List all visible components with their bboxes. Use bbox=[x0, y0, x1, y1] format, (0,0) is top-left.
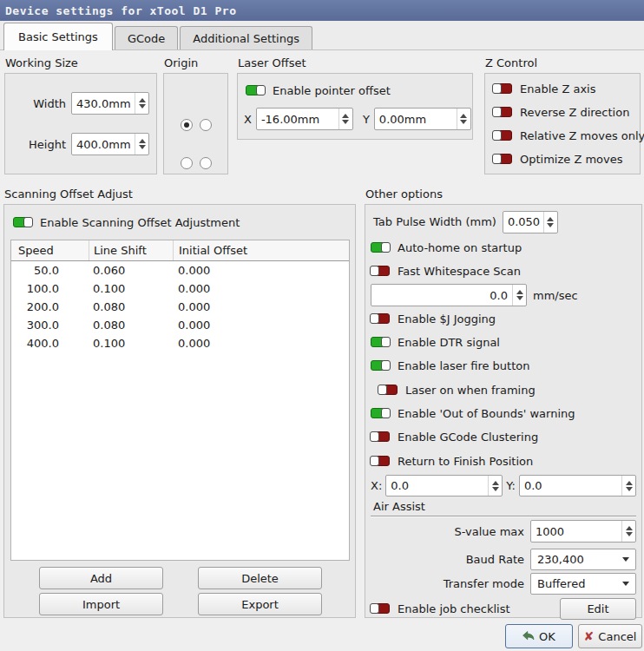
up-arrow-icon[interactable] bbox=[139, 139, 146, 143]
origin-radio-top-right[interactable] bbox=[200, 119, 212, 131]
s-value-input[interactable]: 1000 bbox=[530, 520, 636, 542]
width-spinner-arrows[interactable] bbox=[135, 93, 148, 114]
laser-offset-y-input[interactable]: 0.00mm bbox=[374, 108, 471, 130]
delete-button[interactable]: Delete bbox=[198, 567, 322, 589]
table-row[interactable]: 200.0 0.080 0.000 bbox=[11, 298, 349, 316]
cancel-button[interactable]: ✘ Cancel bbox=[578, 624, 642, 648]
laser-offset-x-value: -16.00mm bbox=[257, 113, 338, 126]
tab-pulse-row: Tab Pulse Width (mm) 0.050 bbox=[371, 210, 636, 233]
finish-x-input[interactable]: 0.0 bbox=[385, 475, 503, 496]
column-header-initial-offset[interactable]: Initial Offset bbox=[173, 240, 349, 260]
dtr-toggle[interactable] bbox=[371, 337, 390, 347]
down-arrow-icon[interactable] bbox=[139, 145, 146, 149]
table-row[interactable]: 300.0 0.080 0.000 bbox=[11, 316, 349, 334]
up-arrow-icon[interactable] bbox=[626, 481, 633, 485]
fast-whitespace-row: Fast Whitespace Scan bbox=[371, 262, 636, 279]
width-input[interactable]: 430.0mm bbox=[71, 92, 149, 115]
job-checklist-row: Enable job checklist Edit bbox=[371, 597, 636, 620]
height-input[interactable]: 400.0mm bbox=[71, 133, 149, 155]
tab-pulse-label: Tab Pulse Width (mm) bbox=[373, 215, 496, 228]
jogging-toggle[interactable] bbox=[371, 313, 390, 324]
other-options-box: Tab Pulse Width (mm) 0.050 Auto-home on … bbox=[365, 204, 642, 618]
y-spinner-arrows[interactable] bbox=[457, 108, 470, 129]
table-row[interactable]: 100.0 0.100 0.000 bbox=[11, 279, 349, 298]
cancel-x-icon: ✘ bbox=[584, 630, 595, 642]
enable-z-axis-label: Enable Z axis bbox=[520, 82, 596, 95]
up-arrow-icon[interactable] bbox=[460, 114, 467, 118]
toggle-knob bbox=[370, 603, 379, 614]
pointer-offset-toggle[interactable] bbox=[246, 85, 265, 95]
baud-rate-dropdown[interactable]: 230,400 bbox=[530, 549, 636, 570]
whitespace-speed-input[interactable]: 0.0 bbox=[371, 284, 527, 306]
title-bar[interactable]: Device settings for xTool D1 Pro bbox=[0, 0, 644, 21]
speed-spinner-arrows[interactable] bbox=[512, 285, 526, 306]
fast-whitespace-toggle[interactable] bbox=[371, 266, 390, 276]
origin-radio-bottom-left[interactable] bbox=[181, 157, 193, 169]
origin-radio-bottom-right[interactable] bbox=[200, 157, 212, 169]
up-arrow-icon[interactable] bbox=[139, 98, 146, 102]
window-title: Device settings for xTool D1 Pro bbox=[5, 4, 236, 17]
finish-x-spinner-arrows[interactable] bbox=[488, 476, 502, 496]
tab-pulse-spinner-arrows[interactable] bbox=[543, 212, 557, 233]
ok-button[interactable]: OK bbox=[505, 624, 573, 648]
up-arrow-icon[interactable] bbox=[342, 114, 349, 118]
clustering-toggle[interactable] bbox=[371, 431, 390, 442]
add-button[interactable]: Add bbox=[39, 567, 163, 589]
chevron-down-icon bbox=[622, 557, 629, 562]
s-value-spinner-arrows[interactable] bbox=[621, 521, 635, 542]
edit-button[interactable]: Edit bbox=[560, 598, 636, 620]
down-arrow-icon[interactable] bbox=[516, 296, 523, 300]
auto-home-toggle[interactable] bbox=[371, 242, 390, 253]
enable-z-axis-toggle[interactable] bbox=[493, 83, 512, 94]
working-size-title: Working Size bbox=[4, 56, 157, 73]
down-arrow-icon[interactable] bbox=[342, 120, 349, 124]
up-arrow-icon[interactable] bbox=[547, 217, 554, 221]
up-arrow-icon[interactable] bbox=[626, 526, 633, 530]
return-finish-toggle[interactable] bbox=[371, 456, 390, 466]
tab-pulse-input[interactable]: 0.050 bbox=[503, 211, 558, 233]
laser-fire-toggle[interactable] bbox=[371, 360, 390, 371]
height-spinner-arrows[interactable] bbox=[135, 134, 148, 155]
down-arrow-icon[interactable] bbox=[492, 487, 499, 491]
scanning-enable-toggle[interactable] bbox=[13, 217, 32, 227]
other-options-group: Other options Tab Pulse Width (mm) 0.050… bbox=[365, 187, 642, 618]
scanning-offset-table[interactable]: Speed Line Shift Initial Offset 50.0 0.0… bbox=[10, 240, 350, 561]
out-of-bounds-toggle[interactable] bbox=[371, 408, 390, 418]
down-arrow-icon[interactable] bbox=[626, 532, 633, 536]
jogging-row: Enable $J Jogging bbox=[371, 310, 636, 327]
down-arrow-icon[interactable] bbox=[139, 104, 146, 108]
auto-home-label: Auto-home on startup bbox=[398, 241, 522, 254]
tab-gcode[interactable]: GCode bbox=[115, 26, 178, 49]
job-checklist-toggle[interactable] bbox=[371, 603, 390, 614]
finish-y-input[interactable]: 0.0 bbox=[519, 475, 636, 496]
table-row[interactable]: 50.0 0.060 0.000 bbox=[11, 261, 349, 279]
x-spinner-arrows[interactable] bbox=[338, 108, 352, 129]
laser-offset-box: Enable pointer offset X -16.00mm Y 0.00m… bbox=[237, 73, 473, 140]
relative-z-toggle[interactable] bbox=[493, 130, 512, 141]
ok-arrow-icon bbox=[522, 631, 535, 642]
width-row: Width 430.0mm bbox=[5, 92, 156, 115]
down-arrow-icon[interactable] bbox=[626, 487, 633, 491]
transfer-mode-dropdown[interactable]: Buffered bbox=[530, 573, 636, 595]
scanning-enable-label: Enable Scanning Offset Adjustment bbox=[40, 216, 240, 229]
import-button[interactable]: Import bbox=[39, 593, 163, 615]
framing-toggle[interactable] bbox=[378, 385, 398, 395]
column-header-line-shift[interactable]: Line Shift bbox=[89, 240, 173, 260]
column-header-speed[interactable]: Speed bbox=[11, 244, 89, 257]
tab-additional-settings[interactable]: Additional Settings bbox=[180, 26, 312, 49]
up-arrow-icon[interactable] bbox=[492, 481, 499, 485]
transfer-mode-row: Transfer mode Buffered bbox=[371, 573, 636, 595]
origin-radio-top-left[interactable] bbox=[181, 119, 193, 131]
down-arrow-icon[interactable] bbox=[547, 223, 554, 227]
finish-y-label: Y: bbox=[506, 479, 516, 492]
z-control-box: Enable Z axis Reverse Z direction Relati… bbox=[484, 73, 641, 174]
laser-offset-x-input[interactable]: -16.00mm bbox=[256, 108, 353, 130]
down-arrow-icon[interactable] bbox=[460, 120, 467, 124]
optimize-z-toggle[interactable] bbox=[493, 154, 512, 164]
table-row[interactable]: 400.0 0.100 0.000 bbox=[11, 334, 349, 352]
finish-y-spinner-arrows[interactable] bbox=[621, 476, 635, 496]
export-button[interactable]: Export bbox=[198, 593, 322, 615]
up-arrow-icon[interactable] bbox=[516, 290, 523, 294]
tab-basic-settings[interactable]: Basic Settings bbox=[3, 23, 113, 50]
reverse-z-toggle[interactable] bbox=[493, 107, 512, 117]
